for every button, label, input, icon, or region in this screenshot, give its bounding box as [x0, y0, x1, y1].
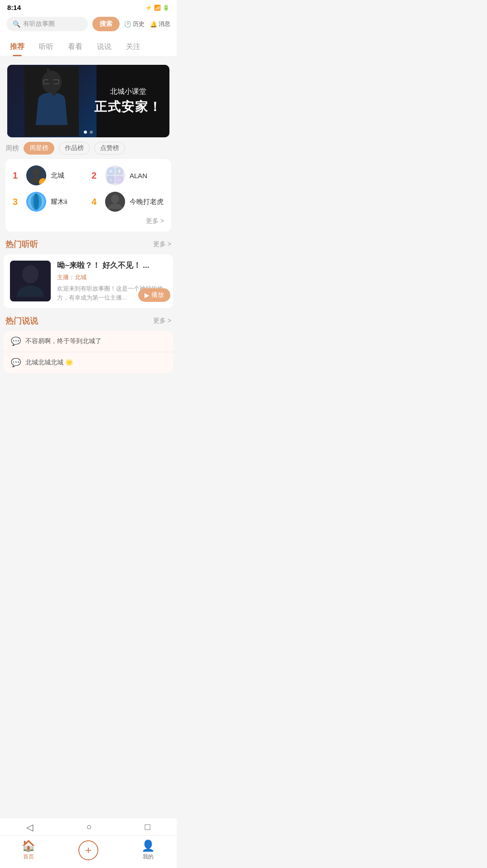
- bluetooth-icon: ⚡: [145, 5, 152, 11]
- hot-listen-header: 热门听听 更多 >: [0, 232, 177, 254]
- tab-recommend[interactable]: 推荐: [9, 39, 25, 56]
- svg-point-8: [32, 168, 40, 177]
- post-text-2: 北城北城北城 🌟: [25, 359, 73, 367]
- tab-watch[interactable]: 看看: [67, 39, 83, 56]
- top-actions: 🕐 历史 🔔 消息: [124, 20, 170, 28]
- rank-avatar-1: 👑: [26, 165, 46, 185]
- rankings-label: 周榜: [5, 144, 19, 153]
- post-item-1[interactable]: 💬 不容易啊，终于等到北城了: [4, 331, 173, 352]
- rank-item-3[interactable]: 3 耀木ii: [13, 192, 85, 212]
- rank-name-2: ALAN: [130, 172, 147, 179]
- status-icons: ⚡ 📶 🔋: [145, 5, 169, 11]
- tab-listen[interactable]: 听听: [38, 39, 54, 56]
- rank-number-2: 2: [92, 170, 101, 181]
- banner[interactable]: 北城小课堂 正式安家！: [7, 65, 169, 137]
- history-button[interactable]: 🕐 历史: [124, 20, 145, 28]
- svg-point-16: [22, 265, 39, 283]
- play-button[interactable]: ▶ 播放: [138, 288, 170, 302]
- search-button[interactable]: 搜索: [92, 17, 120, 31]
- banner-subtitle: 北城小课堂: [94, 87, 162, 97]
- message-button[interactable]: 🔔 消息: [150, 20, 170, 28]
- rankings-grid: 1 👑 北城 2: [13, 165, 164, 212]
- listen-thumbnail: [10, 261, 51, 301]
- rank-number-3: 3: [13, 197, 22, 207]
- status-time: 8:14: [7, 4, 21, 11]
- banner-figure: [7, 65, 96, 137]
- rank-avatar-2: 👁 ⬆ ◇ ▷: [105, 165, 125, 185]
- nav-tabs: 推荐 听听 看看 说说 关注: [0, 36, 177, 57]
- rankings-header: 周榜 周星榜 作品榜 点赞榜: [5, 142, 171, 155]
- svg-line-6: [48, 70, 49, 75]
- play-icon: ▶: [145, 291, 149, 299]
- rank-name-3: 耀木ii: [51, 198, 68, 206]
- clock-icon: 🕐: [124, 21, 131, 28]
- bell-icon: 🔔: [150, 21, 157, 28]
- rank-tab-likes[interactable]: 点赞榜: [94, 142, 125, 155]
- tab-talk[interactable]: 说说: [96, 39, 112, 56]
- banner-dot-1: [84, 131, 87, 134]
- rank-item-4[interactable]: 4 今晚打老虎: [92, 192, 164, 212]
- battery-icon: 🔋: [163, 5, 169, 11]
- rank-more-button[interactable]: 更多 >: [13, 217, 164, 225]
- banner-title: 正式安家！: [94, 98, 162, 116]
- rank-name-1: 北城: [51, 171, 64, 180]
- rank-badge-1: 👑: [39, 178, 46, 185]
- svg-point-14: [111, 194, 119, 204]
- hot-posts-title: 热门说说: [5, 315, 38, 326]
- rank-item-2[interactable]: 2 👁 ⬆ ◇ ▷ ALAN: [92, 165, 164, 185]
- rank-tab-weekly-star[interactable]: 周星榜: [24, 142, 54, 155]
- listen-card-wrap: 呦~来啦？！ 好久不见！ ... 主播：北城 欢迎来到有听故事圈！这是一个神秘的…: [0, 254, 177, 308]
- rank-number-4: 4: [92, 197, 101, 207]
- hot-posts-header: 热门说说 更多 >: [0, 308, 177, 331]
- rank-avatar-4: [105, 192, 125, 212]
- rank-avatar-3: [26, 192, 46, 212]
- banner-text: 北城小课堂 正式安家！: [94, 87, 162, 116]
- post-text-1: 不容易啊，终于等到北城了: [25, 337, 101, 345]
- svg-point-12: [34, 194, 39, 210]
- hot-listen-title: 热门听听: [5, 239, 38, 250]
- listen-title: 呦~来啦？！ 好久不见！ ...: [57, 261, 167, 271]
- banner-person-icon: [24, 66, 79, 136]
- comment-icon-2: 💬: [11, 358, 21, 368]
- history-label: 历史: [133, 20, 145, 28]
- rank-item-1[interactable]: 1 👑 北城: [13, 165, 85, 185]
- hot-listen-more[interactable]: 更多 >: [153, 240, 171, 248]
- post-item-2[interactable]: 💬 北城北城北城 🌟: [4, 352, 173, 373]
- posts-card: 💬 不容易啊，终于等到北城了 💬 北城北城北城 🌟: [4, 331, 173, 373]
- hot-posts-more[interactable]: 更多 >: [153, 317, 171, 325]
- wifi-icon: 📶: [154, 5, 161, 11]
- search-icon: 🔍: [13, 20, 20, 28]
- search-placeholder: 有听故事圈: [23, 20, 55, 28]
- rank-name-4: 今晚打老虎: [130, 198, 164, 206]
- rankings-card: 1 👑 北城 2: [5, 159, 171, 232]
- banner-dots: [84, 131, 93, 134]
- banner-dot-2: [90, 131, 93, 134]
- search-input-wrap[interactable]: 🔍 有听故事圈: [6, 17, 88, 31]
- rank-tab-works[interactable]: 作品榜: [59, 142, 90, 155]
- rankings-section: 周榜 周星榜 作品榜 点赞榜 1: [0, 137, 177, 232]
- search-bar: 🔍 有听故事圈 搜索 🕐 历史 🔔 消息: [0, 13, 177, 36]
- comment-icon-1: 💬: [11, 336, 21, 346]
- rank-number-1: 1: [13, 170, 22, 181]
- play-label: 播放: [151, 291, 164, 299]
- status-bar: 8:14 ⚡ 📶 🔋: [0, 0, 177, 13]
- tab-follow[interactable]: 关注: [125, 39, 141, 56]
- listen-host: 主播：北城: [57, 273, 167, 281]
- message-label: 消息: [159, 20, 170, 28]
